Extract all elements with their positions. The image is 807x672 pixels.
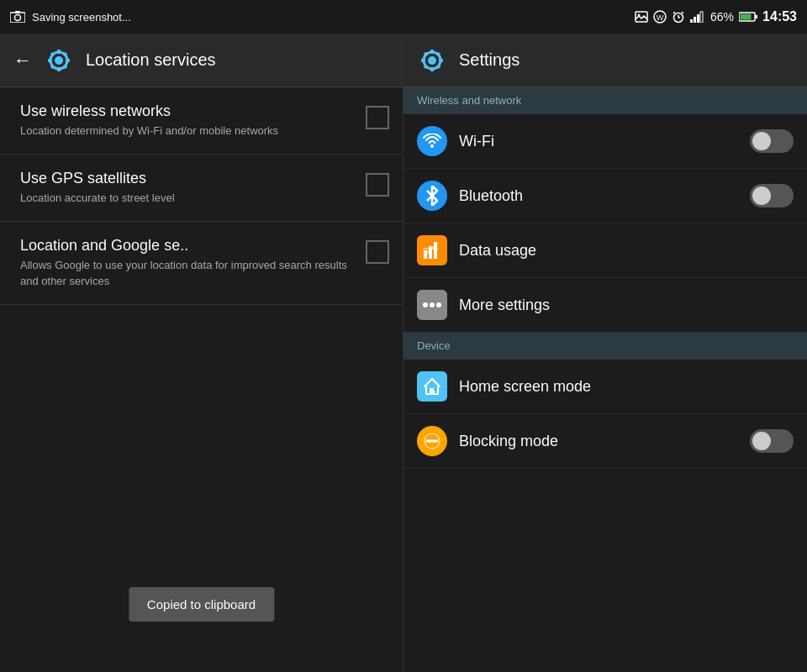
alarm-icon: [672, 10, 685, 24]
blocking-mode-label: Blocking mode: [459, 433, 738, 450]
clock: 14:53: [762, 9, 797, 24]
left-header-title: Location services: [86, 50, 216, 70]
wifi-toggle[interactable]: [750, 129, 794, 153]
home-screen-icon: [417, 371, 447, 402]
svg-point-44: [423, 302, 428, 307]
main-layout: ← Location services Use: [0, 34, 807, 672]
home-screen-mode-menu-item[interactable]: Home screen mode: [404, 360, 807, 414]
back-button[interactable]: ←: [13, 50, 32, 71]
more-settings-label: More settings: [459, 297, 794, 314]
wifi-icon: [417, 126, 447, 156]
signal-icon: [690, 11, 705, 23]
location-gear-icon: [44, 45, 74, 76]
gps-satellites-desc: Location accurate to street level: [20, 191, 356, 206]
wireless-section-header: Wireless and network: [404, 87, 807, 114]
blocking-mode-toggle-knob: [752, 432, 771, 450]
blocking-mode-toggle[interactable]: [750, 429, 794, 453]
more-settings-menu-item[interactable]: More settings: [404, 278, 807, 333]
bluetooth-icon: [417, 181, 447, 211]
svg-rect-13: [694, 17, 696, 23]
image-icon: [635, 11, 648, 23]
bluetooth-label: Bluetooth: [459, 187, 738, 205]
data-usage-icon: [417, 235, 447, 265]
settings-gear-icon: [417, 45, 447, 76]
svg-line-10: [673, 12, 675, 13]
svg-rect-23: [48, 59, 52, 62]
gps-satellites-title: Use GPS satellites: [20, 170, 356, 187]
battery-percent: 66%: [710, 10, 734, 24]
screenshot-icon: [10, 11, 25, 23]
left-panel: ← Location services Use: [0, 34, 404, 672]
status-bar: Saving screenshot... W 66%: [0, 0, 807, 34]
wifi-toggle-knob: [752, 132, 771, 150]
svg-rect-32: [430, 67, 434, 71]
wireless-networks-title: Use wireless networks: [20, 102, 356, 120]
more-settings-icon: [417, 290, 447, 320]
svg-rect-33: [421, 59, 425, 62]
data-usage-label: Data usage: [459, 242, 794, 260]
location-google-item[interactable]: Location and Google se.. Allows Google t…: [0, 222, 403, 304]
gps-satellites-item[interactable]: Use GPS satellites Location accurate to …: [0, 155, 403, 222]
status-icons: W 66% 14:53: [635, 9, 797, 24]
blocking-mode-menu-item[interactable]: Blocking mode: [404, 414, 807, 469]
whatsapp-icon: W: [653, 10, 667, 24]
svg-point-45: [430, 302, 435, 307]
status-notifications: Saving screenshot...: [10, 11, 131, 24]
wifi-menu-item[interactable]: Wi-Fi: [404, 114, 807, 169]
svg-rect-18: [741, 14, 752, 20]
gps-satellites-checkbox[interactable]: [366, 173, 389, 197]
svg-rect-34: [439, 59, 443, 62]
wireless-networks-desc: Location determined by Wi-Fi and/or mobi…: [20, 123, 356, 139]
battery-icon: [739, 12, 757, 22]
data-usage-menu-item[interactable]: Data usage: [404, 223, 807, 278]
svg-rect-15: [700, 12, 703, 23]
svg-rect-14: [697, 14, 699, 23]
svg-point-1: [15, 15, 21, 21]
svg-point-20: [55, 56, 63, 65]
svg-text:W: W: [657, 13, 664, 22]
right-panel: Settings Wireless and network Wi-Fi: [404, 34, 807, 672]
right-header-title: Settings: [459, 50, 520, 70]
svg-point-39: [430, 144, 434, 148]
svg-line-11: [682, 12, 683, 13]
bluetooth-toggle[interactable]: [750, 184, 794, 207]
left-header: ← Location services: [0, 34, 403, 87]
svg-rect-24: [66, 59, 70, 62]
blocking-mode-icon: [417, 426, 447, 456]
wireless-networks-checkbox[interactable]: [366, 106, 389, 129]
right-content: Wireless and network Wi-Fi: [404, 87, 807, 672]
svg-rect-21: [57, 50, 61, 54]
svg-rect-22: [57, 67, 61, 71]
wifi-label: Wi-Fi: [459, 133, 738, 150]
home-screen-mode-label: Home screen mode: [459, 378, 794, 396]
svg-point-46: [436, 302, 441, 307]
device-section-header: Device: [404, 333, 807, 360]
svg-rect-17: [755, 15, 757, 18]
location-google-desc: Allows Google to use your location data …: [20, 258, 356, 288]
right-header: Settings: [404, 34, 807, 87]
svg-rect-12: [690, 19, 693, 23]
bluetooth-menu-item[interactable]: Bluetooth: [404, 169, 807, 223]
svg-point-30: [428, 56, 436, 65]
svg-rect-31: [430, 50, 434, 54]
notification-text: Saving screenshot...: [32, 11, 131, 24]
svg-rect-2: [15, 11, 20, 13]
wireless-networks-item[interactable]: Use wireless networks Location determine…: [0, 87, 403, 155]
bluetooth-toggle-knob: [752, 186, 771, 205]
location-google-title: Location and Google se..: [20, 237, 356, 255]
svg-rect-49: [434, 388, 436, 391]
location-google-checkbox[interactable]: [366, 240, 389, 264]
left-content: Use wireless networks Location determine…: [0, 87, 403, 672]
toast-copied: Copied to clipboard: [129, 587, 274, 622]
